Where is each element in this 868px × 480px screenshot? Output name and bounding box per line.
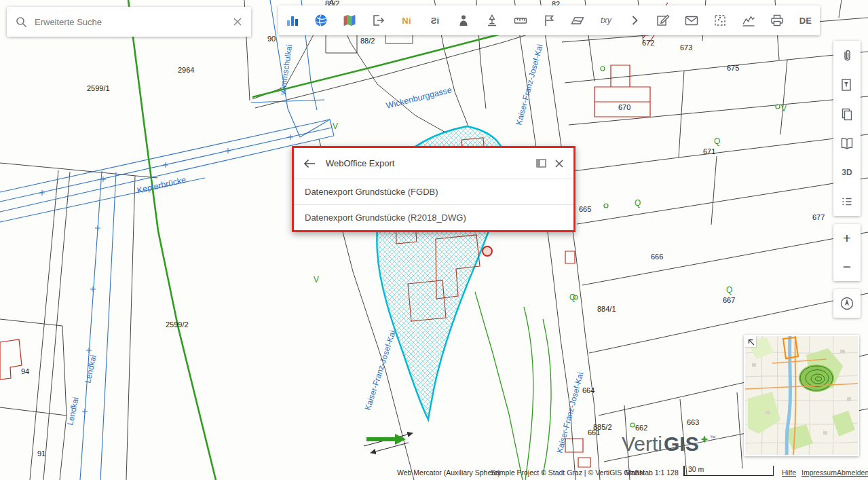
person-icon [456, 13, 471, 28]
selected-point-marker [483, 246, 492, 256]
map-label: Q [569, 293, 575, 302]
measure-button[interactable] [506, 5, 535, 35]
logout-link[interactable]: Abmelden [837, 468, 868, 477]
legend-button[interactable] [833, 128, 861, 158]
map-label: 677 [812, 213, 825, 221]
layer-list-button[interactable] [833, 187, 861, 216]
dialog-back-button[interactable] [303, 159, 316, 168]
query-filter-button[interactable] [833, 70, 861, 99]
dialog-close-button[interactable] [554, 159, 564, 168]
map-label: 2599/2 [166, 320, 189, 329]
compass-needle-icon [839, 295, 855, 312]
attachments-button[interactable] [833, 41, 861, 70]
map-label: 666 [651, 253, 663, 261]
zoom-out-label: − [843, 259, 851, 275]
map-label: 675 [727, 64, 739, 72]
collapse-arrow-icon [746, 337, 756, 347]
zoom-in-button[interactable]: + [833, 224, 861, 253]
map-label: V [314, 275, 319, 284]
impressum-link[interactable]: Impressum [801, 468, 837, 477]
weboffice-app: 29642599/19088/289/2822599/2884/1885/294… [0, 0, 868, 480]
ni-tool-button[interactable]: Ni [392, 5, 421, 35]
coordinates-button[interactable]: txy [592, 5, 620, 35]
ni-tool-label: Ni [402, 16, 411, 26]
exit-arrow-icon [371, 13, 385, 28]
globe-icon [314, 13, 328, 28]
map-label: 2599/1 [87, 84, 110, 92]
map-label: Q [714, 136, 720, 146]
basemap-button[interactable] [335, 5, 364, 35]
toolbar-expand-button[interactable] [620, 5, 649, 35]
list-icon [839, 194, 854, 209]
map-label: V [781, 104, 787, 113]
overview-map[interactable] [744, 335, 859, 456]
ruler-icon [513, 13, 528, 28]
zi-tool-button[interactable]: Ƨi [421, 5, 449, 35]
export-option-fgdb[interactable]: Datenexport Grundstücke (FGDB) [294, 179, 573, 204]
chevron-right-icon [627, 13, 642, 28]
language-de-button[interactable]: DE [791, 5, 820, 35]
three-d-button[interactable]: 3D [833, 158, 861, 187]
logo-spark-icon [700, 435, 709, 443]
language-de-label: DE [799, 16, 812, 26]
open-book-icon [839, 136, 854, 151]
right-toolbar: 3D [833, 41, 861, 216]
zoom-out-button[interactable]: − [833, 253, 861, 281]
send-mail-button[interactable] [677, 5, 706, 35]
poi-button[interactable] [449, 5, 478, 35]
coordinates-label: txy [601, 16, 611, 25]
map-label: 673 [680, 43, 692, 52]
overview-collapse-button[interactable] [745, 336, 757, 348]
flag-icon [542, 13, 556, 28]
dialog-dock-button[interactable] [536, 159, 546, 168]
search-input[interactable] [35, 17, 225, 27]
three-d-label: 3D [842, 168, 852, 177]
map-label: 884/1 [597, 305, 616, 313]
zoom-in-label: + [843, 230, 851, 246]
map-label: 661 [588, 428, 600, 437]
scalebar-label: 30 m [688, 465, 704, 473]
benchmark-button[interactable] [478, 5, 506, 35]
surface-3d-icon [570, 13, 585, 28]
copyright-label: Sample Project © Stadt Graz | © VertiGIS… [491, 468, 645, 477]
zoom-controls: + − [833, 224, 861, 281]
map-label: 2964 [178, 66, 194, 74]
copy-map-button[interactable] [833, 99, 861, 128]
export-option-dwg[interactable]: Datenexport Grundstücke (R2018_DWG) [294, 204, 573, 230]
profile-chart-icon [741, 13, 756, 28]
overview-map-image [745, 336, 858, 455]
print-button[interactable] [763, 5, 791, 35]
globe-view-button[interactable] [307, 5, 335, 35]
weboffice-export-dialog: WebOffice Export Datenexport Grundstücke… [292, 146, 575, 232]
help-link[interactable]: Hilfe [782, 468, 796, 477]
bookmark-button[interactable] [535, 5, 563, 35]
statistics-button[interactable] [278, 5, 307, 35]
back-arrow-icon [303, 159, 316, 168]
surface-3d-button[interactable] [563, 5, 592, 35]
mail-icon [684, 13, 699, 28]
map-label: Q [726, 285, 732, 295]
search-bar [7, 7, 251, 37]
dialog-header: WebOffice Export [294, 148, 573, 179]
map-label: 672 [642, 39, 654, 47]
map-label: 94 [21, 367, 29, 375]
map-label: 670 [618, 103, 630, 111]
spatial-select-button[interactable] [706, 5, 734, 35]
search-icon [16, 16, 27, 28]
search-close-button[interactable] [233, 17, 242, 26]
main-toolbar: Ni Ƨi txy DE [278, 5, 820, 35]
map-label: 662 [635, 424, 647, 432]
redlining-button[interactable] [649, 5, 677, 35]
zi-tool-label: Ƨi [431, 16, 440, 26]
map-label: 665 [579, 205, 591, 213]
dialog-title: WebOffice Export [326, 158, 528, 168]
elevation-profile-button[interactable] [734, 5, 763, 35]
locate-button[interactable] [833, 289, 861, 318]
exit-session-button[interactable] [364, 5, 392, 35]
map-canvas[interactable]: 29642599/19088/289/2822599/2884/1885/294… [0, 0, 868, 480]
copy-icon [839, 107, 854, 122]
logo-text-right: GIS [664, 432, 699, 456]
map-label: 664 [582, 386, 595, 394]
logo-text-left: Verti [622, 432, 662, 456]
paperclip-icon [839, 48, 854, 63]
